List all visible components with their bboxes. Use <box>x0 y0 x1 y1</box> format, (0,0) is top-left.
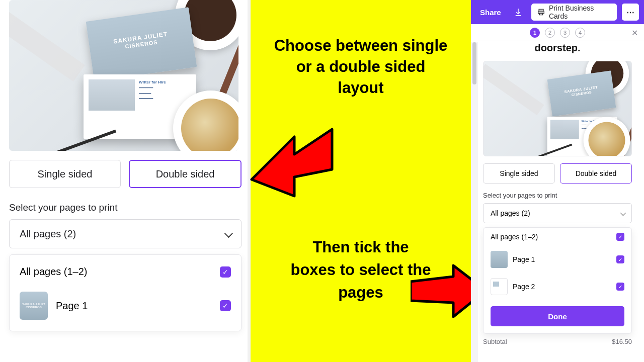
pages-dropdown-panel: All pages (1–2) ✓ SAKURA JULIETCISNEROS … <box>9 254 242 331</box>
instruction-text-1: Choose between single or a double sided … <box>251 35 471 99</box>
pages-dropdown[interactable]: All pages (2) <box>9 219 242 248</box>
top-toolbar: Share Print Business Cards ⋯ <box>471 0 644 24</box>
checkbox-checked-icon[interactable]: ✓ <box>220 266 231 278</box>
step-3[interactable]: 3 <box>560 28 570 38</box>
print-business-cards-button[interactable]: Print Business Cards <box>531 4 617 21</box>
business-card-back: SAKURA JULIET CISNEROS <box>86 7 197 81</box>
page-1-row[interactable]: SAKURA JULIETCISNEROS Page 1 ✓ <box>10 285 241 327</box>
all-pages-label: All pages (1–2) <box>491 233 538 241</box>
panel-subheading: doorstep. <box>471 41 644 58</box>
design-preview-large: SAKURA JULIET CISNEROS Writer for Hire ━… <box>9 0 238 151</box>
page-1-label: Page 1 <box>56 300 88 312</box>
pages-dropdown-panel: All pages (1–2) ✓ Page 1 ✓ Page 2 ✓ Done <box>483 227 632 334</box>
card-photo <box>89 79 135 111</box>
done-button[interactable]: Done <box>491 306 624 326</box>
ruler-prop <box>9 0 85 81</box>
select-pages-label: Select your pages to print <box>0 188 251 219</box>
layout-segmented-control: Single sided Double sided <box>0 160 251 188</box>
double-sided-button[interactable]: Double sided <box>560 163 632 184</box>
select-pages-label: Select your pages to print <box>471 184 644 203</box>
close-icon[interactable]: ✕ <box>631 28 638 38</box>
more-menu-button[interactable]: ⋯ <box>622 4 639 21</box>
page-2-label: Page 2 <box>513 283 535 291</box>
checkbox-checked-icon[interactable]: ✓ <box>616 233 624 241</box>
download-icon[interactable] <box>510 4 526 21</box>
checkbox-checked-icon[interactable]: ✓ <box>220 300 231 311</box>
pages-dropdown-value: All pages (2) <box>491 209 530 217</box>
left-panel: SAKURA JULIET CISNEROS Writer for Hire ━… <box>0 0 251 362</box>
page-2-thumbnail <box>491 278 508 295</box>
subtotal-value: $16.50 <box>612 338 632 345</box>
page-1-thumbnail: SAKURA JULIETCISNEROS <box>20 292 48 320</box>
card-role: Writer for Hire <box>139 79 191 85</box>
all-pages-row[interactable]: All pages (1–2) ✓ <box>10 259 241 285</box>
checkbox-checked-icon[interactable]: ✓ <box>616 255 624 263</box>
page-2-row[interactable]: Page 2 ✓ <box>484 273 631 300</box>
page-1-row[interactable]: Page 1 ✓ <box>484 246 631 273</box>
chevron-down-icon <box>620 209 624 217</box>
single-sided-button[interactable]: Single sided <box>9 160 121 188</box>
design-preview-small: SAKURA JULIETCISNEROS Writer for Hire━━━… <box>483 61 632 156</box>
page-1-thumbnail <box>491 251 508 268</box>
printer-icon <box>537 8 545 16</box>
checkbox-checked-icon[interactable]: ✓ <box>616 283 624 291</box>
step-4[interactable]: 4 <box>575 28 585 38</box>
step-1[interactable]: 1 <box>530 28 540 38</box>
scrollbar[interactable] <box>471 42 478 362</box>
chevron-down-icon <box>225 228 231 240</box>
layout-segmented-control-small: Single sided Double sided <box>471 163 644 184</box>
arrow-left-icon <box>247 112 337 202</box>
double-sided-button[interactable]: Double sided <box>129 160 242 188</box>
all-pages-row[interactable]: All pages (1–2) ✓ <box>484 228 631 246</box>
single-sided-button[interactable]: Single sided <box>483 163 555 184</box>
page-1-label: Page 1 <box>513 255 535 263</box>
right-panel: Share Print Business Cards ⋯ 1 2 3 4 ✕ d… <box>471 0 644 362</box>
subtotal-label: Subtotal <box>483 338 507 345</box>
subtotal-row: Subtotal $16.50 <box>471 334 644 345</box>
instruction-overlay: Choose between single or a double sided … <box>251 0 471 362</box>
print-button-label: Print Business Cards <box>549 4 611 20</box>
svg-marker-0 <box>252 129 332 196</box>
pages-dropdown[interactable]: All pages (2) <box>483 203 632 223</box>
all-pages-label: All pages (1–2) <box>20 266 88 278</box>
pages-dropdown-value: All pages (2) <box>20 228 76 240</box>
step-2[interactable]: 2 <box>545 28 555 38</box>
checkout-stepper: 1 2 3 4 ✕ <box>471 24 644 41</box>
share-button[interactable]: Share <box>476 5 505 20</box>
